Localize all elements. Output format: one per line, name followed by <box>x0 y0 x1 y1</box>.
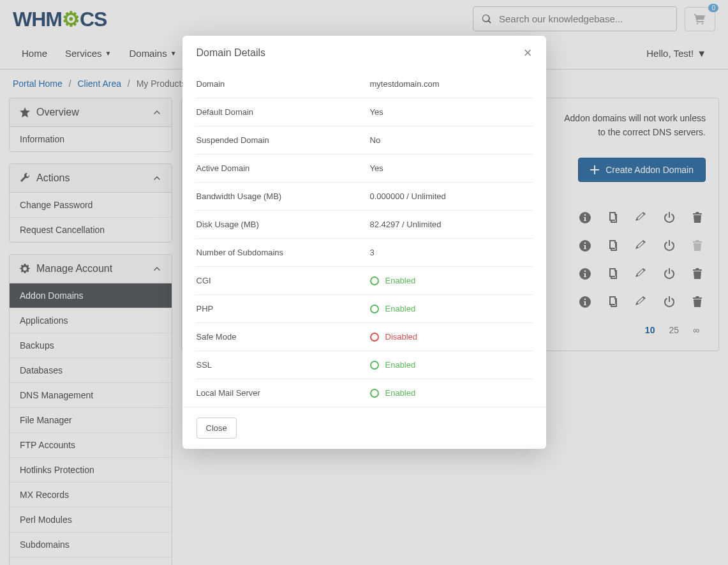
detail-row: Default DomainYes <box>195 98 533 126</box>
detail-row: Suspended DomainNo <box>195 126 533 154</box>
modal-header: Domain Details × <box>182 36 546 70</box>
status-icon <box>370 389 379 398</box>
detail-value: No <box>370 135 381 145</box>
status-enabled: Enabled <box>370 276 416 285</box>
status-icon <box>370 276 379 285</box>
status-text: Enabled <box>385 388 416 398</box>
detail-label: CGI <box>197 276 370 285</box>
detail-value: 3 <box>370 248 375 257</box>
detail-value: Yes <box>370 163 383 173</box>
status-enabled: Enabled <box>370 360 416 370</box>
detail-label: Bandwidth Usage (MB) <box>197 192 370 201</box>
detail-row: Local Mail ServerEnabled <box>195 379 533 407</box>
detail-value: Yes <box>370 107 383 117</box>
modal-body: Domainmytestdomain.comDefault DomainYesS… <box>182 70 546 407</box>
detail-label: Safe Mode <box>197 332 370 342</box>
detail-label: Suspended Domain <box>197 135 370 145</box>
detail-label: Disk Usage (MB) <box>197 220 370 229</box>
status-text: Disabled <box>385 332 418 342</box>
modal-close-button[interactable]: × <box>524 46 532 60</box>
detail-row: CGIEnabled <box>195 267 533 295</box>
status-disabled: Disabled <box>370 332 418 342</box>
modal-footer: Close <box>182 407 546 449</box>
detail-label: Number of Subdomains <box>197 248 370 257</box>
detail-row: PHPEnabled <box>195 295 533 323</box>
detail-row: SSLEnabled <box>195 351 533 379</box>
detail-value: 0.000000 / Unlimited <box>370 192 446 201</box>
detail-label: SSL <box>197 360 370 370</box>
status-text: Enabled <box>385 360 416 370</box>
detail-row: Disk Usage (MB)82.4297 / Unlimited <box>195 211 533 239</box>
domain-details-modal: Domain Details × Domainmytestdomain.comD… <box>182 36 546 449</box>
detail-row: Bandwidth Usage (MB)0.000000 / Unlimited <box>195 183 533 211</box>
status-enabled: Enabled <box>370 388 416 398</box>
detail-label: Domain <box>197 79 370 89</box>
status-text: Enabled <box>385 304 416 313</box>
detail-row: Active DomainYes <box>195 154 533 183</box>
close-button[interactable]: Close <box>197 418 237 439</box>
detail-value: mytestdomain.com <box>370 79 440 89</box>
detail-row: Number of Subdomains3 <box>195 239 533 267</box>
status-icon <box>370 361 379 370</box>
status-text: Enabled <box>385 276 416 285</box>
detail-label: Active Domain <box>197 163 370 173</box>
status-enabled: Enabled <box>370 304 416 313</box>
detail-value: 82.4297 / Unlimited <box>370 220 442 229</box>
status-icon <box>370 333 379 342</box>
detail-label: Default Domain <box>197 107 370 117</box>
modal-title: Domain Details <box>197 47 265 59</box>
detail-label: Local Mail Server <box>197 388 370 398</box>
status-icon <box>370 305 379 313</box>
detail-row: Safe ModeDisabled <box>195 323 533 351</box>
detail-row: Domainmytestdomain.com <box>195 70 533 98</box>
detail-label: PHP <box>197 304 370 313</box>
